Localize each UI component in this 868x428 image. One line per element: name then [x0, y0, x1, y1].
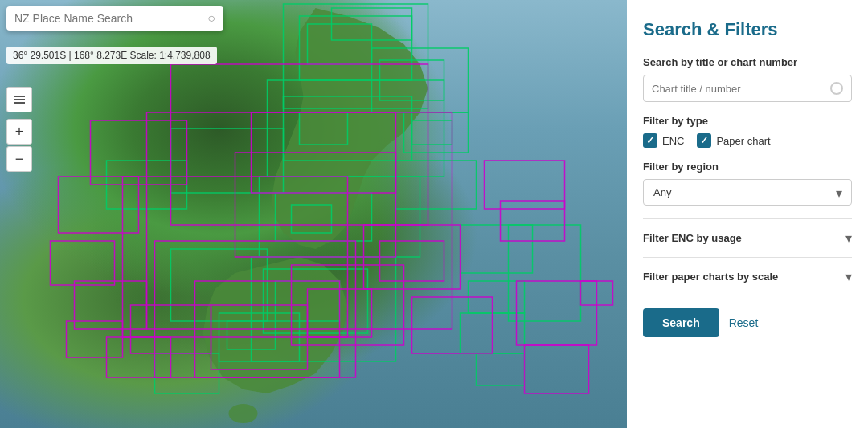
chart-search-input-container	[643, 75, 852, 102]
filter-paper-section[interactable]: Filter paper charts by scale ▾	[643, 257, 852, 296]
search-icon: ○	[207, 11, 215, 26]
region-select-container: Any Northland Auckland Waikato Bay of Pl…	[643, 179, 852, 206]
filter-type-label: Filter by type	[643, 115, 852, 127]
paper-chart-label: Paper chart	[716, 135, 770, 147]
enc-checkbox[interactable]	[643, 133, 657, 148]
coordinates-text: 36° 29.501S | 168° 8.273E Scale: 1:4,739…	[13, 50, 211, 61]
enc-collapse-chevron-icon: ▾	[845, 230, 852, 246]
svg-rect-26	[477, 353, 525, 385]
coordinates-bar: 36° 29.501S | 168° 8.273E Scale: 1:4,739…	[6, 47, 217, 64]
svg-rect-57	[14, 102, 25, 104]
filter-enc-label: Filter ENC by usage	[643, 232, 742, 244]
filter-region-label: Filter by region	[643, 161, 852, 173]
paper-collapse-chevron-icon: ▾	[845, 269, 852, 284]
filter-enc-section[interactable]: Filter ENC by usage ▾	[643, 218, 852, 257]
svg-rect-55	[14, 96, 25, 97]
enc-checkbox-item: ENC	[643, 133, 684, 148]
svg-rect-22	[155, 353, 219, 393]
svg-point-0	[229, 404, 258, 423]
paper-chart-checkbox[interactable]	[697, 133, 711, 148]
search-clear-icon[interactable]	[830, 82, 843, 95]
layers-icon	[12, 92, 27, 107]
region-select[interactable]: Any Northland Auckland Waikato Bay of Pl…	[643, 179, 852, 206]
filter-paper-label: Filter paper charts by scale	[643, 271, 778, 283]
svg-rect-45	[91, 120, 187, 185]
svg-rect-20	[396, 161, 477, 209]
search-filters-panel: Search & Filters Search by title or char…	[627, 0, 868, 428]
svg-rect-19	[412, 120, 452, 145]
reset-button[interactable]: Reset	[729, 316, 759, 329]
svg-rect-47	[51, 241, 115, 285]
svg-rect-56	[14, 99, 25, 100]
chart-title-number-input[interactable]	[652, 83, 830, 95]
layer-toggle-button[interactable]	[6, 87, 32, 112]
action-buttons: Search Reset	[643, 296, 852, 337]
place-search-container: ○	[6, 6, 223, 31]
search-button[interactable]: Search	[643, 308, 719, 337]
panel-title: Search & Filters	[643, 19, 852, 40]
svg-rect-28	[171, 128, 284, 193]
zoom-out-button[interactable]: −	[6, 146, 32, 172]
svg-rect-41	[380, 241, 444, 281]
svg-rect-50	[485, 161, 565, 209]
chart-search-label: Search by title or chart number	[643, 56, 852, 68]
enc-label: ENC	[662, 135, 684, 147]
map-container[interactable]: ○ 36° 29.501S | 168° 8.273E Scale: 1:4,7…	[0, 0, 627, 428]
zoom-in-button[interactable]: +	[6, 119, 32, 145]
svg-rect-23	[461, 225, 533, 273]
place-search-input[interactable]	[14, 12, 207, 25]
zoom-controls: + −	[6, 119, 32, 172]
filter-type-row: ENC Paper chart	[643, 133, 852, 148]
paper-chart-checkbox-item: Paper chart	[697, 133, 770, 148]
svg-rect-52	[517, 281, 597, 345]
svg-rect-53	[525, 345, 589, 393]
